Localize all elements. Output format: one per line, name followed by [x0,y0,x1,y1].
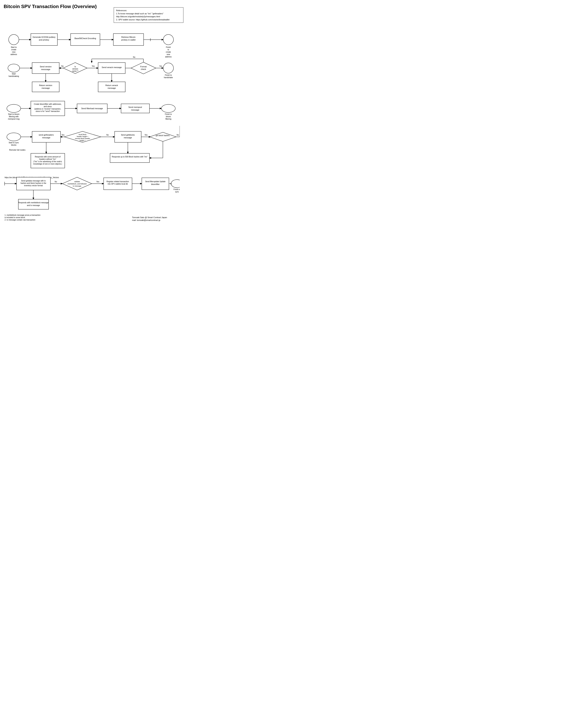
svg-text:Responds up to 500 Block hashe: Responds up to 500 Block hashes with "in… [112,156,148,158]
svg-text:knowledge of one or more objec: knowledge of one or more objects.) [34,163,62,165]
svg-text:tx message: tx message [73,185,81,187]
svg-text:and tx message: and tx message [27,204,40,206]
svg-text:mempool msg: mempool msg [8,118,20,120]
svg-text:inventory vector format: inventory vector format [24,185,43,187]
svg-text:headers without "inv": headers without "inv" [39,158,56,160]
svg-text:No: No [176,134,179,136]
svg-text:Generate ECDSA pubkey: Generate ECDSA pubkey [33,36,56,38]
svg-text:filtering: filtering [165,118,171,120]
svg-text:message: message [108,87,116,89]
svg-rect-10 [70,34,100,45]
svg-text:message: message [42,87,50,89]
svg-text:Return version: Return version [39,84,52,86]
svg-text:Return verack: Return verack [105,84,118,86]
svg-text:No: No [106,134,109,136]
svg-text:1. merkleblock message prove,a: 1. merkleblock message prove,a transacti… [5,214,41,216]
svg-point-64 [7,104,21,112]
diagram-container: Start to create new address Generate ECD… [4,11,180,224]
svg-text:No: No [55,181,57,183]
svg-text:Create bloomfilter with addres: Create bloomfilter with addresses, [34,103,61,105]
svg-text:to: to [168,49,169,50]
svg-text:address: address [10,54,17,56]
svg-text:filtering with: filtering with [9,116,19,118]
svg-point-25 [8,64,20,72]
svg-point-19 [163,35,173,45]
svg-text:Finish: Finish [166,46,171,48]
svg-text:Base58Check Encoding: Base58Check Encoding [75,37,96,39]
svg-text:blocks: blocks [11,144,16,146]
svg-text:handshaking: handshaking [8,75,19,77]
svg-text:Yes: Yes [96,181,99,183]
svg-text:(address is "receive" transact: (address is "receive" transaction, [34,108,61,110]
svg-text:new: new [12,51,16,53]
svg-text:Yes: Yes [92,65,94,67]
svg-text:message: message [42,137,50,139]
svg-text:create: create [11,49,16,50]
svg-text:Format: Format [140,65,147,68]
svg-point-49 [163,63,173,73]
svg-marker-107 [150,132,176,142]
svg-text:message: message [131,109,140,111]
svg-text:utxos is for "send" transactio: utxos is for "send" transaction [36,110,60,112]
svg-text:Send verack message: Send verack message [102,66,122,68]
svg-text:address: address [165,56,172,58]
svg-text:Yes: Yes [145,134,147,136]
svg-point-0 [8,35,19,45]
svg-text:bloomfilter: bloomfilter [151,183,160,185]
svg-text:Retrieve Bitcoin: Retrieve Bitcoin [121,36,135,38]
svg-text:sync: sync [175,191,179,193]
svg-text:Yes: Yes [159,65,162,67]
svg-text:No: No [61,65,64,67]
svg-text:Finish to: Finish to [173,188,180,190]
svg-text:got block hashes.: got block hashes. [156,134,170,137]
svg-text:Yes: Yes [61,134,64,136]
svg-text:Finish to: Finish to [165,113,172,115]
svg-text:header height <: header height < [77,135,88,138]
svg-text:merkleblock, and followed: merkleblock, and followed [67,183,87,185]
svg-text:Start to  bloom: Start to bloom [8,113,19,115]
svg-rect-119 [110,153,149,163]
svg-text:new: new [167,54,170,56]
svg-text:Send mempool: Send mempool [128,106,142,108]
svg-text:Start to: Start to [11,46,17,48]
svg-text:version: version [72,68,78,70]
svg-text:messsage: messsage [41,68,50,70]
svg-text:and privkey: and privkey [39,39,49,41]
svg-point-147 [171,180,180,188]
svg-text:hashes and block hashes in the: hashes and block hashes in the [21,182,46,184]
svg-text:create: create [166,51,171,53]
svg-text:validate: validate [74,181,80,183]
svg-text:mail: tomoaki@smartcontract.jp: mail: tomoaki@smartcontract.jp [132,219,160,221]
svg-text:Remote full nodes: Remote full nodes [9,149,25,151]
svg-text:Send filterupdate Update: Send filterupdate Update [145,181,166,183]
svg-text:message: message [124,137,132,139]
svg-text:local block: local block [79,133,87,135]
svg-text:2. tx message contain raw tran: 2. tx message contain raw transaction [5,219,36,221]
svg-text:into SPV wallets local db: into SPV wallets local db [108,183,128,185]
svg-point-82 [162,104,175,112]
svg-text:("Inv" is for advetising of th: ("Inv" is for advetising of the node's [34,161,62,163]
svg-text:Register related transaction: Register related transaction [107,181,129,183]
svg-text:and utxos: and utxos [44,105,51,107]
svg-text:No: No [133,56,135,58]
page-wrapper: Bitcoin SPV Transaction Flow (Overview) … [4,4,183,224]
svg-text:Send filterload message: Send filterload message [81,107,103,109]
svg-text:height ?: height ? [80,140,85,142]
svg-text:send getheaders: send getheaders [39,134,54,136]
svg-text:Tomoaki Sato @ Smart Contract : Tomoaki Sato @ Smart Contract Japan [132,216,167,218]
svg-text:same ?: same ? [72,70,78,72]
diagram-svg: Start to create new address Generate ECD… [4,11,180,224]
svg-text:Finish to: Finish to [165,74,172,76]
svg-text:Responds with merkleblock mess: Responds with merkleblock message [18,202,48,204]
svg-text:Start to sync: Start to sync [8,142,19,144]
svg-rect-29 [32,63,59,74]
svg-text:privkey in wallet: privkey in wallet [121,39,135,41]
svg-text:Send getdata message with tx: Send getdata message with tx [21,180,46,182]
svg-text:Responds with some amount of: Responds with some amount of [35,156,61,158]
svg-point-86 [7,133,21,141]
svg-text:check: check [141,68,146,70]
svg-text:Send getblocks: Send getblocks [121,134,135,136]
svg-text:remote block  header: remote block header [75,138,90,140]
svg-text:bloom: bloom [166,116,171,118]
svg-text:Start: Start [12,73,16,75]
